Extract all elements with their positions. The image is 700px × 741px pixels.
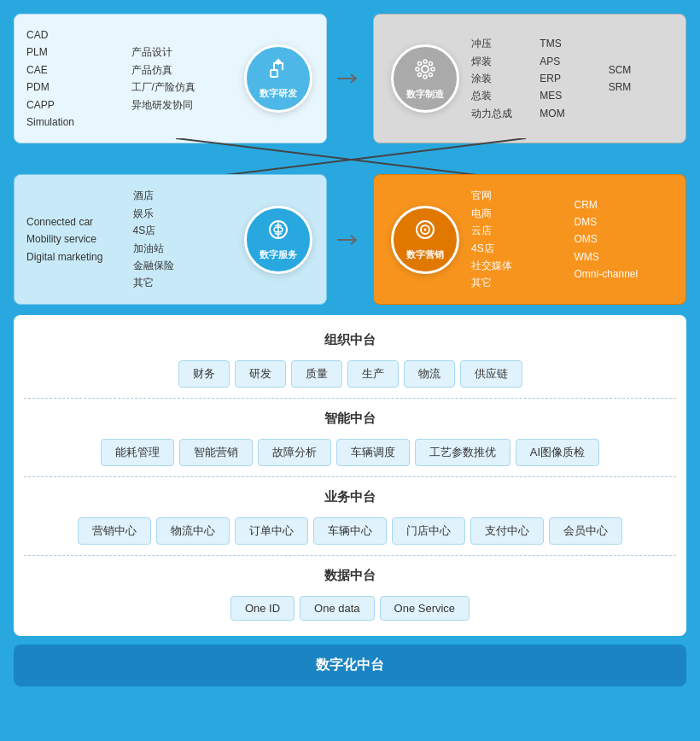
text-social: 社交媒体 [471,257,575,274]
text-finance: 金融保险 [133,257,240,274]
digital-service-box: Connected car Mobility service Digital m… [14,174,327,304]
text-mobility: Mobility service [26,230,133,248]
text-plm: PLM [26,44,131,61]
text-simulation: Simulation [26,114,131,131]
text-connected-car: Connected car [26,213,133,230]
text-scm: SCM [609,61,677,79]
box-content-service: Connected car Mobility service Digital m… [26,187,318,291]
item-huiyuanzhx: 会员中心 [549,517,622,545]
research-icon [267,58,289,85]
divider-2 [24,476,676,477]
shujuzhongtai-title: 数据中台 [24,561,676,591]
item-gongyinglian: 供应链 [460,360,522,388]
item-cheliang: 车辆调度 [336,439,410,466]
svg-point-6 [416,67,419,71]
circle-research-label: 数字研发 [260,87,297,100]
text-oms: OMS [575,230,678,248]
manufacture-text-3: SCM SRM [609,61,677,96]
item-cheliangzhx: 车辆中心 [313,517,387,545]
item-wuliuzhx: 物流中心 [156,517,230,545]
text-cloud-shop: 云店 [471,222,575,239]
zhinengzhongtai-section: 智能中台 能耗管理 智能营销 故障分析 车辆调度 工艺参数推优 AI图像质检 [24,404,676,471]
yewuzhongtai-title: 业务中台 [24,482,676,512]
text-tms: TMS [540,35,608,52]
text-erp: ERP [540,70,608,87]
text-cae: CAE [26,61,131,79]
circle-digital-manufacture: 数字制造 [391,44,459,113]
item-zhiliang: 质量 [291,360,342,388]
box-content-marketing: 数字营销 官网 电商 云店 4S店 社交媒体 其它 CRM DMS OMS WM… [386,187,677,291]
text-gas: 加油站 [133,240,240,257]
service-left-text: Connected car Mobility service Digital m… [26,213,133,265]
item-wuliu: 物流 [404,360,455,388]
digital-research-box: CAD PLM CAE PDM CAPP Simulation 产品设计 产品仿… [14,14,327,143]
circle-digital-service: 数字服务 [244,206,312,274]
shujuzhongtai-items: One ID One data One Service [24,591,676,626]
text-coating: 涂装 [471,70,540,87]
circle-digital-research: 数字研发 [244,44,312,113]
item-ai: AI图像质检 [516,439,599,466]
text-4s: 4S店 [133,222,240,239]
svg-point-10 [418,73,422,76]
item-mendianzhx: 门店中心 [392,517,465,545]
svg-rect-0 [271,70,277,77]
arrow-top [335,14,365,143]
footer-bar: 数字化中台 [14,645,686,686]
arrow-bottom [335,174,365,304]
svg-point-7 [431,67,435,71]
text-digital-mkt: Digital marketing [26,248,133,265]
item-oneid: One ID [230,596,295,621]
text-capp: CAPP [26,96,131,114]
svg-point-4 [423,60,427,63]
item-nenghao: 能耗管理 [101,439,174,466]
text-others-m: 其它 [471,274,575,291]
digital-marketing-box: 数字营销 官网 电商 云店 4S店 社交媒体 其它 CRM DMS OMS WM… [373,174,686,304]
text-entertainment: 娱乐 [133,205,240,222]
marketing-text-1: 官网 电商 云店 4S店 社交媒体 其它 [471,187,575,291]
box-content-manufacture: 数字制造 冲压 焊装 涂装 总装 动力总成 TMS APS ERP MES MO… [386,35,677,122]
shujuzhongtai-section: 数据中台 One ID One data One Service [24,561,676,626]
text-mes: MES [540,87,608,104]
circle-manufacture-label: 数字制造 [406,88,444,101]
text-aps: APS [540,53,608,70]
service-icon [266,218,290,247]
circle-marketing-label: 数字营销 [406,248,444,261]
text-stamping: 冲压 [471,35,540,52]
yewuzhongtai-section: 业务中台 营销中心 物流中心 订单中心 车辆中心 门店中心 支付中心 会员中心 [24,482,676,550]
service-mid-text: 酒店 娱乐 4S店 加油站 金融保险 其它 [133,187,240,291]
svg-point-9 [429,61,433,65]
svg-point-8 [418,61,422,65]
yewuzhongtai-items: 营销中心 物流中心 订单中心 车辆中心 门店中心 支付中心 会员中心 [24,512,676,550]
text-srm: SRM [609,79,677,96]
item-yanfa: 研发 [235,360,286,388]
text-guanwang: 官网 [471,187,575,204]
item-guzhang: 故障分析 [258,439,331,466]
item-gongyi: 工艺参数推优 [415,439,510,466]
item-zhifuzhx: 支付中心 [470,517,544,545]
svg-point-5 [423,75,427,79]
item-caiwu: 财务 [178,360,230,388]
marketing-icon [413,218,437,247]
top-row: CAD PLM CAE PDM CAPP Simulation 产品设计 产品仿… [14,14,686,143]
text-hotel: 酒店 [133,187,240,204]
svg-point-3 [422,66,429,73]
main-wrapper: CAD PLM CAE PDM CAPP Simulation 产品设计 产品仿… [14,14,686,686]
digital-manufacture-box: 数字制造 冲压 焊装 涂装 总装 动力总成 TMS APS ERP MES MO… [373,14,686,143]
item-yingxiaozhx: 营销中心 [78,517,151,545]
marketing-text-2: CRM DMS OMS WMS Omni-channel [575,196,678,283]
zuzhizhongtai-items: 财务 研发 质量 生产 物流 供应链 [24,355,676,393]
text-wms: WMS [575,248,678,265]
text-others-s: 其它 [133,274,240,291]
circle-service-label: 数字服务 [260,248,297,261]
zhinengzhongtai-items: 能耗管理 智能营销 故障分析 车辆调度 工艺参数推优 AI图像质检 [24,434,676,471]
text-welding: 焊装 [471,53,540,70]
research-left-text: CAD PLM CAE PDM CAPP Simulation [26,26,131,131]
manufacture-icon [413,57,437,86]
research-mid-text: 产品设计 产品仿真 工厂/产险仿真 异地研发协同 [131,44,236,114]
text-ecommerce: 电商 [471,205,575,222]
text-product-design: 产品设计 [131,44,236,61]
text-dms: DMS [575,213,678,230]
text-powertrain: 动力总成 [471,105,540,122]
item-oneservice: One Service [380,596,470,621]
text-factory-sim: 工厂/产险仿真 [131,79,236,96]
